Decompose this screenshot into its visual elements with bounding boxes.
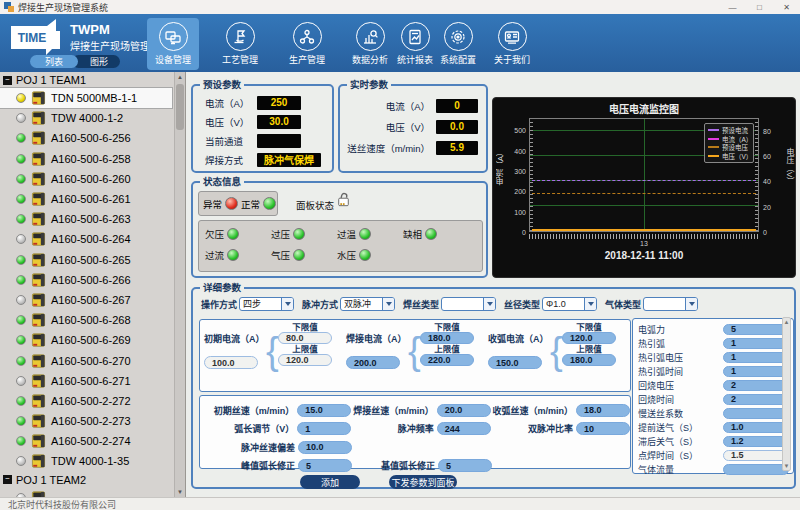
crater-current-input[interactable]: 150.0 xyxy=(488,356,542,369)
operation-mode-select[interactable]: 四步 xyxy=(239,297,294,311)
tree-item[interactable]: A160-500-6-265 xyxy=(0,250,172,270)
add-button[interactable]: 添加 xyxy=(300,475,360,489)
tree-scrollbar[interactable]: ▲ ▼ xyxy=(174,72,185,497)
status-led xyxy=(16,315,26,325)
list-view-button[interactable]: 列表 xyxy=(30,55,78,68)
pulse-mode-select[interactable]: 双脉冲 xyxy=(340,297,395,311)
tree-item[interactable]: A160-500-6-268 xyxy=(0,310,172,330)
close-button[interactable]: ✕ xyxy=(773,0,800,14)
initial-wire-speed-input[interactable]: 15.0 xyxy=(297,404,351,417)
tree-item[interactable]: A160-500-6-266 xyxy=(0,270,172,290)
pulse-wire-speed-offset-input[interactable]: 10.0 xyxy=(298,441,352,454)
hot-start-voltage-input[interactable]: 1 xyxy=(723,352,789,363)
x-axis-center-label: 13 xyxy=(529,240,759,247)
wire-diameter-select[interactable]: Φ1.0 xyxy=(542,297,597,311)
initial-current-lower-input[interactable]: 80.0 xyxy=(278,332,332,344)
gas-flow-input[interactable] xyxy=(723,464,789,475)
scroll-thumb[interactable] xyxy=(176,84,184,130)
pre-gas-time-input[interactable]: 1.0 xyxy=(723,422,789,433)
nav-about-us[interactable]: 关于我们 xyxy=(486,18,538,70)
tree-item[interactable]: A160-500-6-260 xyxy=(0,169,172,189)
tree-item[interactable]: A160-500-6-258 xyxy=(0,149,172,169)
alarm-led xyxy=(359,249,371,261)
status-led xyxy=(16,234,26,244)
graphic-view-button[interactable]: 图形 xyxy=(72,55,120,68)
welding-current-input[interactable]: 200.0 xyxy=(346,356,400,369)
crater-current-upper-input[interactable]: 180.0 xyxy=(562,354,616,366)
chevron-down-icon[interactable] xyxy=(483,298,495,310)
tree-group-team1[interactable]: − POJ 1 TEAM1 xyxy=(0,72,185,88)
tree-item[interactable]: TDW 4000-1-35 xyxy=(0,451,172,471)
double-pulse-ratio-input[interactable]: 10 xyxy=(576,422,630,435)
burnback-time-input[interactable]: 2 xyxy=(723,394,789,405)
send-params-button[interactable]: 下发参数到面板 xyxy=(389,475,457,489)
chevron-down-icon[interactable] xyxy=(281,298,293,310)
gas-type-select[interactable] xyxy=(643,297,698,311)
crater-wire-speed-input[interactable]: 18.0 xyxy=(576,404,630,417)
post-gas-time-input[interactable]: 1.2 xyxy=(723,436,789,447)
scroll-up-icon[interactable]: ▲ xyxy=(177,72,183,82)
initial-current-upper-input[interactable]: 120.0 xyxy=(278,354,332,366)
wire-type-select[interactable] xyxy=(441,297,496,311)
arc-force-input[interactable]: 5 xyxy=(723,324,789,335)
collapse-icon[interactable]: − xyxy=(3,76,12,85)
peak-arc-correction-input[interactable]: 5 xyxy=(298,459,352,472)
app-header: TIME TWPM 焊接生产现场管理系统 列表 图形 设备管理 工艺管理 生产管… xyxy=(0,14,800,72)
details-scrollbar[interactable]: ▲ ▼ xyxy=(782,317,791,471)
tree-item[interactable]: A160-500-2-274 xyxy=(0,431,172,451)
tree-item[interactable]: A160-500-6-269 xyxy=(0,330,172,350)
maximize-button[interactable]: □ xyxy=(746,0,773,14)
collapse-icon[interactable]: − xyxy=(3,475,12,484)
tree-item[interactable]: TDN 5000MB-1-1 xyxy=(0,88,172,108)
nav-system-config[interactable]: 系统配置 xyxy=(432,18,484,70)
nav-device-management[interactable]: 设备管理 xyxy=(147,18,199,70)
pulse-frequency-input[interactable]: 244 xyxy=(437,422,491,435)
tree-group-team2[interactable]: − POJ 1 TEAM2 xyxy=(0,472,185,488)
tree-item[interactable]: A160-500-6-267 xyxy=(0,290,172,310)
crater-current-lower-input[interactable]: 120.0 xyxy=(562,332,616,344)
chart-date-label: 2018-12-11 11:00 xyxy=(529,250,759,261)
right-axis-label: 电压（V） xyxy=(784,148,795,185)
arc-length-adjust-input[interactable]: 1 xyxy=(297,422,351,435)
right-minor-ticks xyxy=(755,119,758,231)
slow-wire-feed-input[interactable] xyxy=(723,408,789,419)
initial-current-input[interactable]: 100.0 xyxy=(204,356,258,369)
scroll-down-icon[interactable]: ▼ xyxy=(784,462,790,470)
nav-process-management[interactable]: 工艺管理 xyxy=(214,18,266,70)
burnback-voltage-input[interactable]: 2 xyxy=(723,380,789,391)
welding-wire-speed-input[interactable]: 20.0 xyxy=(437,404,491,417)
tree-item[interactable]: A160-500-6-263 xyxy=(0,209,172,229)
hot-start-input[interactable]: 1 xyxy=(723,338,789,349)
minimize-button[interactable]: — xyxy=(719,0,746,14)
tree-item[interactable]: A160-500-2-273 xyxy=(0,411,172,431)
chevron-down-icon[interactable] xyxy=(584,298,596,310)
tree-item-partial[interactable] xyxy=(0,488,172,497)
chevron-down-icon[interactable] xyxy=(382,298,394,310)
alarm-label: 过温 xyxy=(337,227,356,241)
svg-text:TIME: TIME xyxy=(18,31,47,45)
alarm-label: 气压 xyxy=(271,248,290,262)
tree-item[interactable]: A160-500-2-272 xyxy=(0,391,172,411)
current-channel-value xyxy=(257,134,301,148)
welder-icon xyxy=(31,333,46,347)
welding-current-lower-input[interactable]: 180.0 xyxy=(420,332,474,344)
scroll-up-icon[interactable]: ▲ xyxy=(784,318,790,326)
scroll-down-icon[interactable]: ▼ xyxy=(177,487,183,497)
tree-item[interactable]: A160-500-6-256 xyxy=(0,128,172,148)
nav-production-management[interactable]: 生产管理 xyxy=(281,18,333,70)
base-arc-correction-input[interactable]: 5 xyxy=(438,459,492,472)
alarm-label: 过压 xyxy=(271,227,290,241)
chevron-down-icon[interactable] xyxy=(685,298,697,310)
process-management-icon xyxy=(226,22,255,51)
tree-item[interactable]: A160-500-6-271 xyxy=(0,371,172,391)
welding-current-upper-input[interactable]: 220.0 xyxy=(420,354,474,366)
left-axis-label: 电流（A） xyxy=(495,148,506,185)
tree-item[interactable]: A160-500-6-270 xyxy=(0,350,172,370)
tree-item[interactable]: A160-500-6-261 xyxy=(0,189,172,209)
unlock-icon xyxy=(335,191,352,208)
tree-item[interactable]: A160-500-6-264 xyxy=(0,229,172,249)
spot-weld-time-input[interactable]: 1.5 xyxy=(723,450,789,461)
hot-start-time-input[interactable]: 1 xyxy=(723,366,789,377)
tree-item[interactable]: TDW 4000-1-2 xyxy=(0,108,172,128)
detail-params-box: 详细参数 操作方式 四步 脉冲方式 双脉冲 焊丝类型 丝径类型 Φ1.0 气体类… xyxy=(191,287,796,489)
